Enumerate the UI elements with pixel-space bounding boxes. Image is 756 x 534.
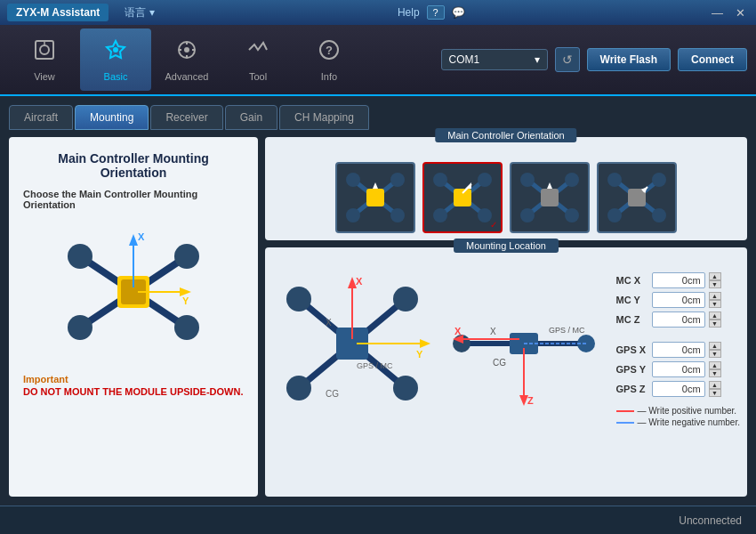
orientation-card-1[interactable] (335, 162, 415, 233)
tab-mounting[interactable]: Mounting (75, 105, 149, 130)
close-button[interactable]: ✕ (732, 6, 749, 20)
basic-label: Basic (104, 71, 128, 82)
content-area: Main Controller Mounting Orientation Cho… (9, 137, 747, 497)
toolbar-basic[interactable]: Basic (80, 28, 151, 91)
tab-aircraft[interactable]: Aircraft (9, 105, 73, 130)
mc-z-spinner[interactable]: ▲ ▼ (709, 312, 721, 328)
mc-y-row: MC Y ▲ ▼ (616, 292, 740, 308)
svg-marker-83 (420, 339, 430, 348)
svg-point-16 (68, 244, 92, 269)
gps-z-up[interactable]: ▲ (709, 381, 721, 389)
gps-x-label: GPS X (616, 344, 648, 355)
main-content: Aircraft Mounting Receiver Gain CH Mappi… (0, 96, 756, 506)
svg-text:Y: Y (182, 295, 189, 306)
svg-text:GPS / MC: GPS / MC (357, 361, 393, 370)
svg-point-54 (565, 173, 579, 187)
refresh-button[interactable]: ↺ (555, 47, 580, 72)
gps-y-down[interactable]: ▼ (709, 369, 721, 377)
svg-text:X: X (326, 318, 332, 328)
svg-marker-23 (129, 234, 138, 246)
gps-x-down[interactable]: ▼ (709, 350, 721, 358)
svg-rect-57 (541, 189, 559, 206)
com-port-select[interactable]: COM1 ▾ (441, 49, 548, 70)
gps-z-label: GPS Z (616, 384, 648, 394)
minimize-button[interactable]: — (708, 6, 727, 20)
svg-point-74 (286, 287, 311, 312)
tool-label: Tool (249, 71, 267, 82)
gps-y-input[interactable] (652, 361, 705, 377)
mc-z-input[interactable] (652, 312, 705, 328)
negative-legend: — Write negative number. (638, 417, 740, 427)
gps-y-spinner[interactable]: ▲ ▼ (709, 361, 721, 377)
gps-z-input[interactable] (652, 381, 705, 397)
svg-point-76 (286, 376, 311, 400)
gps-y-row: GPS Y ▲ ▼ (616, 361, 740, 377)
mc-z-up[interactable]: ▲ (709, 312, 721, 320)
mc-x-label: MC X (616, 275, 648, 286)
gps-z-down[interactable]: ▼ (709, 389, 721, 397)
svg-point-75 (393, 287, 418, 312)
help-button[interactable]: ? (427, 5, 445, 20)
svg-point-66 (652, 208, 666, 222)
legend: — Write positive number. — Write negativ… (616, 406, 740, 427)
mc-x-input[interactable] (652, 272, 705, 288)
chat-icon[interactable]: 💬 (452, 6, 465, 19)
tool-icon (245, 37, 270, 68)
mc-x-spinner[interactable]: ▲ ▼ (709, 272, 721, 288)
svg-point-5 (184, 47, 189, 53)
svg-text:CG: CG (493, 358, 506, 368)
tab-gain[interactable]: Gain (225, 105, 277, 130)
orientation-card-4[interactable] (597, 162, 677, 233)
svg-point-63 (607, 173, 622, 187)
svg-point-43 (478, 173, 492, 187)
connect-button[interactable]: Connect (678, 48, 747, 71)
mc-y-down[interactable]: ▼ (709, 300, 721, 308)
view-icon (32, 37, 57, 68)
help-area: Help ? 💬 (398, 5, 465, 20)
mounting-section-title: Mounting Location (454, 239, 559, 253)
gps-z-spinner[interactable]: ▲ ▼ (709, 381, 721, 397)
mc-y-spinner[interactable]: ▲ ▼ (709, 292, 721, 308)
svg-point-32 (346, 173, 360, 187)
gps-x-row: GPS X ▲ ▼ (616, 342, 740, 358)
tab-receiver[interactable]: Receiver (150, 105, 222, 130)
positive-legend: — Write positive number. (638, 406, 737, 416)
orientation-card-3[interactable] (510, 162, 590, 233)
orientation-title: Main Controller Mounting Orientation (23, 151, 244, 180)
gps-x-input[interactable] (652, 342, 705, 358)
orientation-section: Main Controller Orientation (265, 137, 747, 240)
svg-text:X: X (454, 326, 462, 336)
toolbar-info[interactable]: ? Info (294, 28, 365, 91)
gps-y-up[interactable]: ▲ (709, 361, 721, 369)
svg-text:CG: CG (326, 389, 339, 399)
svg-text:X: X (490, 327, 496, 336)
orientation-diagram: X Y (44, 221, 222, 363)
toolbar-tool[interactable]: Tool (222, 28, 294, 91)
mc-y-label: MC Y (616, 295, 648, 305)
svg-rect-67 (628, 189, 646, 206)
svg-text:Y: Y (416, 349, 423, 360)
gps-x-up[interactable]: ▲ (709, 342, 721, 350)
gps-y-label: GPS Y (616, 364, 648, 375)
write-flash-button[interactable]: Write Flash (587, 48, 671, 71)
tab-ch-mapping[interactable]: CH Mapping (279, 105, 369, 130)
status-text: Unconnected (679, 514, 742, 527)
mc-y-input[interactable] (652, 292, 705, 308)
gps-x-spinner[interactable]: ▲ ▼ (709, 342, 721, 358)
svg-text:X: X (138, 231, 145, 242)
mounting-content: X Y CG X GPS / MC (272, 272, 740, 427)
svg-point-1 (40, 45, 49, 54)
toolbar-advanced[interactable]: Advanced (151, 28, 222, 91)
lang-label[interactable]: 语言 ▾ (125, 5, 154, 20)
view-label: View (34, 71, 55, 82)
mc-x-up[interactable]: ▲ (709, 272, 721, 280)
window-controls: — ✕ (708, 6, 749, 20)
mc-y-up[interactable]: ▲ (709, 292, 721, 300)
svg-point-34 (346, 208, 360, 222)
advanced-label: Advanced (165, 71, 209, 82)
svg-marker-37 (373, 182, 378, 189)
toolbar-view[interactable]: View (9, 28, 80, 91)
mc-x-down[interactable]: ▼ (709, 280, 721, 288)
mc-z-down[interactable]: ▼ (709, 320, 721, 328)
orientation-card-2[interactable] (422, 162, 503, 233)
